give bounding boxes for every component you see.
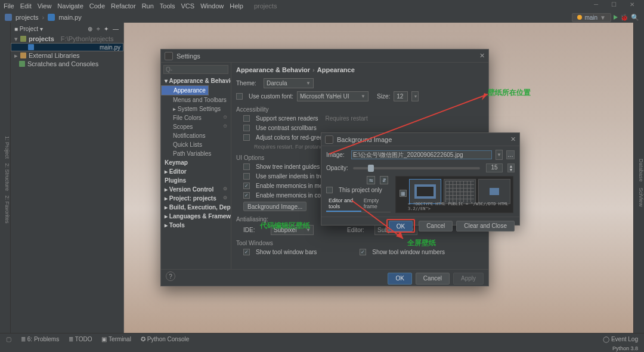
debug-icon[interactable]: 🐞 (620, 14, 628, 21)
tool-window-options-icon[interactable]: ⊕ ÷ ✦ — (88, 26, 120, 32)
nav-languages[interactable]: ▸ Languages & Frameworks (161, 212, 231, 221)
menu-help[interactable]: Help (230, 2, 243, 10)
nav-quick-lists[interactable]: Quick Lists (161, 140, 231, 149)
event-log[interactable]: ◯ Event Log (603, 336, 638, 342)
menu-view[interactable]: View (38, 2, 52, 10)
interpreter-label[interactable]: Python 3.8 (612, 345, 638, 351)
font-select[interactable]: Microsoft YaHei UI▼ (297, 91, 369, 101)
settings-search-input[interactable] (163, 65, 228, 74)
search-icon[interactable]: 🔍 (631, 14, 639, 21)
menu-code[interactable]: Code (89, 2, 105, 10)
right-tool-strip[interactable]: Database SciView (633, 23, 644, 339)
settings-cancel-button[interactable]: Cancel (416, 273, 450, 285)
menu-refactor[interactable]: Refactor (111, 2, 136, 10)
bgdlg-clear-button[interactable]: Clear and Close (456, 221, 515, 231)
ide-aa-select[interactable]: Subpixel▼ (271, 225, 314, 235)
menu-window[interactable]: Window (200, 2, 224, 10)
opacity-stepper[interactable]: ▲▼ (507, 163, 515, 172)
project-only-checkbox[interactable] (326, 187, 333, 193)
tool-window-numbers-checkbox[interactable]: ✓ (360, 249, 366, 255)
tab-problems[interactable]: ≣ 6: Problems (21, 336, 59, 342)
crumb-project[interactable]: projects (16, 14, 39, 21)
nav-notifications[interactable]: Notifications (161, 131, 231, 140)
fill-mode-tile[interactable] (444, 179, 476, 204)
bgdlg-cancel-button[interactable]: Cancel (419, 221, 453, 231)
flip-v-icon[interactable]: ⇵ (380, 176, 388, 184)
screen-readers-label: Support screen readers (256, 115, 318, 122)
close-icon[interactable]: ✕ (510, 135, 516, 143)
nav-project[interactable]: ▸ Project: projects (161, 194, 231, 203)
browse-button[interactable]: … (506, 150, 515, 159)
tab-todo[interactable]: ≣ TODO (69, 336, 92, 342)
color-blind-checkbox[interactable] (243, 134, 250, 141)
fill-mode-anchor[interactable] (478, 179, 510, 204)
tab-empty-frame[interactable]: Empty frame (361, 196, 391, 212)
nav-appearance[interactable]: Appearance (161, 85, 209, 95)
run-config-selector[interactable]: main▼ (572, 13, 611, 22)
smaller-indents-label: Use smaller indents in trees (256, 173, 329, 180)
menu-navigate[interactable]: Navigate (57, 2, 83, 10)
menu-run[interactable]: Run (142, 2, 154, 10)
nav-path-variables[interactable]: Path Variables (161, 149, 231, 158)
project-view-selector[interactable]: ■ Project ▾ (14, 26, 43, 32)
preview-mode-icon[interactable]: ▦ (400, 190, 407, 197)
bgdlg-ok-button[interactable]: OK (389, 221, 413, 231)
minimize-icon[interactable]: ─ (594, 1, 598, 8)
menu-file[interactable]: File (4, 2, 14, 10)
screen-readers-checkbox[interactable] (243, 115, 250, 122)
opacity-slider[interactable] (353, 167, 480, 169)
tab-python-console[interactable]: ✪ Python Console (141, 336, 189, 342)
fill-mode-plain[interactable] (409, 179, 441, 204)
run-icon[interactable] (614, 15, 618, 20)
path-history-dropdown[interactable]: ▼ (496, 150, 503, 160)
tool-window-bars-checkbox[interactable]: ✓ (243, 249, 250, 255)
nav-plugins[interactable]: Plugins (161, 176, 231, 185)
tree-project-root[interactable]: ▾projects F:\Python\projects (11, 35, 123, 43)
settings-ok-button[interactable]: OK (388, 273, 411, 285)
dialog-title: Settings (177, 53, 200, 60)
breadcrumb-root[interactable]: Appearance & Behavior (236, 66, 310, 73)
menu-vcs[interactable]: VCS (181, 2, 195, 10)
menu-edit[interactable]: Edit (20, 2, 32, 10)
nav-version-control[interactable]: ▸ Version Control (161, 185, 231, 194)
nav-build[interactable]: ▸ Build, Execution, Deployment (161, 203, 231, 212)
left-tool-strip[interactable]: 1: Project 2: Structure 2: Favorites (0, 23, 11, 333)
mnemonics-menu-label: Enable mnemonics in menu (256, 183, 329, 189)
nav-system-settings[interactable]: ▸ System Settings (161, 104, 231, 113)
menu-tools[interactable]: Tools (160, 2, 175, 10)
preview-code-snippet: < !DOCTYPE HTML PUBLIC = "/W3C//DTD HTML… (408, 202, 513, 211)
background-image-button[interactable]: Background Image... (243, 202, 306, 211)
close-icon[interactable]: ✕ (479, 52, 485, 60)
image-path-input[interactable] (351, 150, 492, 159)
help-icon[interactable]: ? (166, 271, 175, 281)
settings-apply-button[interactable]: Apply (453, 273, 484, 285)
size-input[interactable]: 12 (394, 91, 408, 101)
size-stepper[interactable]: ▾ (411, 91, 419, 101)
nav-menus-toolbars[interactable]: Menus and Toolbars (161, 95, 231, 104)
tree-indent-checkbox[interactable] (243, 163, 250, 170)
nav-editor[interactable]: ▸ Editor (161, 167, 231, 176)
contrast-scrollbars-checkbox[interactable] (243, 125, 250, 131)
nav-tools[interactable]: ▸ Tools (161, 221, 231, 230)
smaller-indents-checkbox[interactable] (243, 173, 250, 180)
tree-file-main[interactable]: main.py (11, 43, 123, 51)
close-icon[interactable]: ✕ (630, 1, 634, 8)
mnemonics-menu-checkbox[interactable]: ✓ (243, 183, 250, 189)
custom-font-checkbox[interactable] (236, 93, 243, 100)
nav-appearance-behavior[interactable]: ▾ Appearance & Behavior (161, 76, 231, 85)
tree-scratches[interactable]: Scratches and Consoles (11, 60, 123, 68)
crumb-file[interactable]: main.py (58, 14, 82, 21)
mnemonics-controls-checkbox[interactable]: ✓ (243, 192, 250, 199)
theme-select[interactable]: Darcula▼ (264, 78, 314, 88)
opacity-input[interactable]: 15 (486, 163, 503, 172)
image-label: Image: (326, 152, 348, 158)
tree-external-libs[interactable]: ▸External Libraries (11, 51, 123, 60)
nav-keymap[interactable]: Keymap (161, 158, 231, 167)
maximize-icon[interactable]: ☐ (611, 1, 617, 8)
status-icon[interactable]: ▢ (6, 336, 11, 342)
tab-editor-tools[interactable]: Editor and tools (326, 196, 361, 212)
nav-scopes[interactable]: Scopes (161, 122, 231, 131)
nav-file-colors[interactable]: File Colors (161, 113, 231, 122)
flip-h-icon[interactable]: ⇋ (367, 176, 375, 184)
tab-terminal[interactable]: ▣ Terminal (101, 336, 131, 342)
